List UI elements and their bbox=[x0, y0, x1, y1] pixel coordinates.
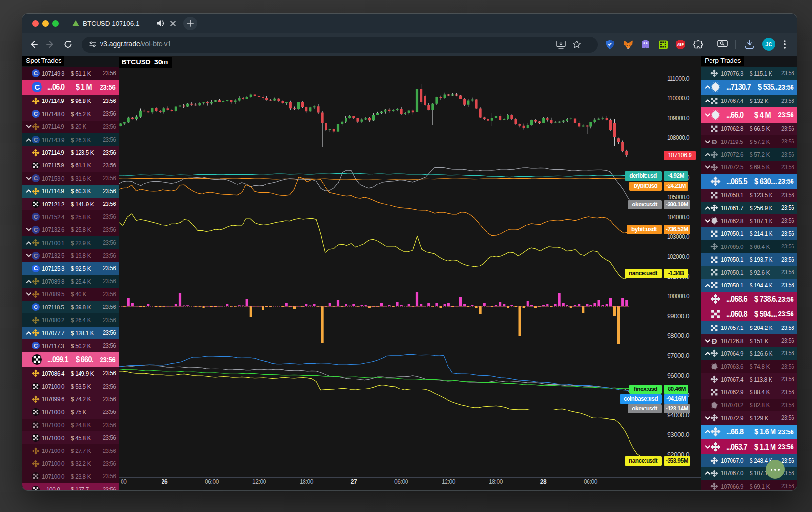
svg-text:27: 27 bbox=[351, 478, 357, 485]
svg-text:109000.0: 109000.0 bbox=[667, 115, 690, 122]
svg-text:95000.0: 95000.0 bbox=[667, 392, 690, 399]
svg-text:12:00: 12:00 bbox=[252, 478, 266, 485]
svg-text:C: C bbox=[34, 214, 38, 220]
svg-text:Đ: Đ bbox=[712, 337, 717, 345]
svg-text:26: 26 bbox=[162, 478, 168, 485]
svg-text:C: C bbox=[34, 343, 38, 349]
svg-text:98000.0: 98000.0 bbox=[667, 332, 690, 339]
svg-text:06:00: 06:00 bbox=[584, 478, 598, 485]
svg-text:102000.0: 102000.0 bbox=[667, 253, 690, 260]
svg-text:104000.0: 104000.0 bbox=[667, 214, 690, 221]
svg-text:108000.0: 108000.0 bbox=[667, 134, 690, 141]
svg-text:C: C bbox=[34, 111, 38, 117]
svg-text:28: 28 bbox=[540, 478, 547, 485]
svg-text:92000.0: 92000.0 bbox=[667, 451, 690, 458]
svg-text:18:00: 18:00 bbox=[300, 478, 314, 485]
svg-text:C: C bbox=[34, 176, 38, 182]
svg-text:100000.0: 100000.0 bbox=[667, 293, 690, 300]
svg-text:97000.0: 97000.0 bbox=[667, 352, 690, 359]
svg-text:101000.0: 101000.0 bbox=[667, 273, 690, 280]
svg-text:18:00: 18:00 bbox=[489, 478, 503, 485]
svg-text:C: C bbox=[34, 137, 38, 143]
svg-text:93000.0: 93000.0 bbox=[667, 431, 690, 438]
svg-text:Đ: Đ bbox=[712, 138, 717, 145]
svg-text:105000.0: 105000.0 bbox=[667, 194, 690, 201]
svg-text:111000.0: 111000.0 bbox=[667, 75, 690, 82]
svg-text:12:00: 12:00 bbox=[442, 478, 456, 485]
svg-text:C: C bbox=[34, 304, 38, 310]
svg-text:C: C bbox=[35, 83, 40, 91]
svg-text:106000.0: 106000.0 bbox=[667, 174, 690, 181]
svg-text:C: C bbox=[34, 70, 38, 76]
svg-text:110000.0: 110000.0 bbox=[667, 95, 690, 102]
svg-text:103000.0: 103000.0 bbox=[667, 233, 690, 240]
svg-text:99000.0: 99000.0 bbox=[667, 313, 690, 320]
svg-text:00: 00 bbox=[121, 478, 127, 485]
svg-text:C: C bbox=[34, 227, 38, 233]
svg-text:06:00: 06:00 bbox=[205, 478, 219, 485]
svg-text:C: C bbox=[34, 266, 38, 271]
svg-text:ABP: ABP bbox=[677, 43, 684, 46]
svg-text:06:00: 06:00 bbox=[394, 478, 408, 485]
svg-text:96000.0: 96000.0 bbox=[667, 372, 690, 379]
svg-text:C: C bbox=[34, 253, 38, 259]
svg-text:94000.0: 94000.0 bbox=[667, 412, 690, 419]
